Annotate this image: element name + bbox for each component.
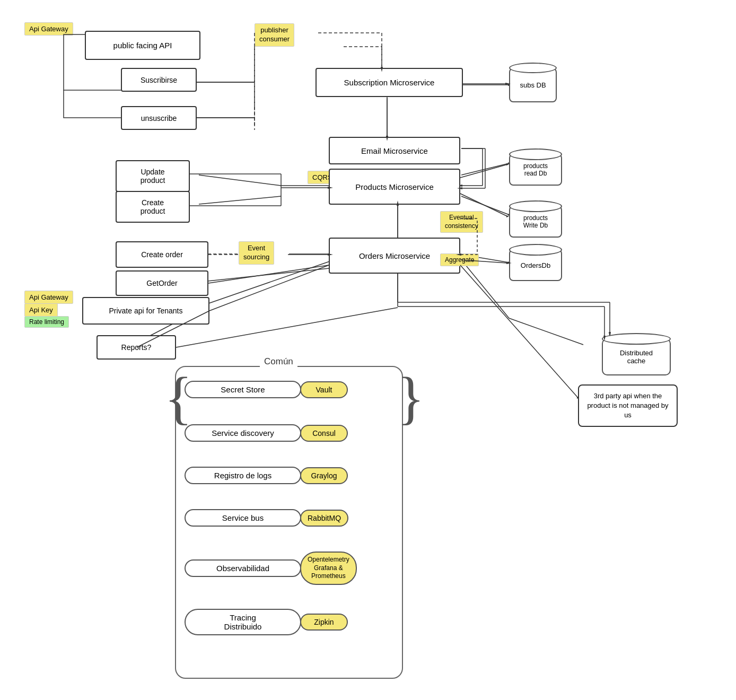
- products-write-db-cylinder: productsWrite Db: [509, 200, 562, 238]
- service-bus-row: Service bus RabbitMQ: [185, 509, 348, 527]
- svg-line-38: [509, 318, 583, 345]
- email-microservice-box: Email Microservice: [329, 137, 460, 164]
- svg-line-37: [461, 260, 509, 318]
- svg-line-17: [199, 175, 281, 186]
- publisher-consumer-label: publisherconsumer: [255, 23, 294, 47]
- public-facing-api-box: public facing API: [85, 31, 200, 60]
- orders-db-cylinder: OrdersDb: [509, 244, 562, 281]
- update-product-box: Updateproduct: [116, 160, 190, 192]
- curly-brace-left: {: [164, 369, 192, 427]
- event-sourcing-label: Eventsourcing: [239, 241, 274, 265]
- suscribirse-box: Suscribirse: [121, 68, 197, 92]
- svg-line-60: [460, 164, 507, 178]
- get-order-box: GetOrder: [116, 270, 208, 296]
- registro-logs-row: Registro de logs Graylog: [185, 467, 348, 484]
- create-product-box: Createproduct: [116, 191, 190, 223]
- third-party-api-box: 3rd party api when theproduct is not man…: [578, 384, 678, 427]
- svg-line-80: [209, 265, 329, 311]
- eventual-consistency-label: Eventualconsistency: [440, 211, 483, 233]
- api-gateway-label-top: Api Gateway: [24, 22, 73, 36]
- distributed-cache-cylinder: Distributedcache: [602, 333, 671, 375]
- service-discovery-row: Service discovery Consul: [185, 424, 348, 442]
- products-microservice-box: Products Microservice: [329, 169, 460, 205]
- api-key-label: Api Key: [24, 303, 58, 317]
- observabilidad-row: Observabilidad OpentelemetryGrafana &Pro…: [185, 552, 357, 585]
- products-read-db-cylinder: productsread Db: [509, 148, 562, 186]
- svg-line-28: [208, 268, 334, 281]
- subs-db-cylinder: subs DB: [509, 68, 557, 102]
- subscription-microservice-box: Subscription Microservice: [316, 68, 463, 97]
- architecture-diagram: Api Gateway public facing API publisherc…: [0, 0, 736, 700]
- private-api-tenants-box: Private api for Tenants: [82, 297, 209, 325]
- rate-limiting-label: Rate limiting: [24, 316, 69, 328]
- svg-line-78: [460, 265, 578, 398]
- unsuscribe-box: unsuscribe: [121, 106, 197, 130]
- tracing-distribuido-row: TracingDistribuido Zipkin: [185, 609, 348, 635]
- create-order-box: Create order: [116, 241, 208, 268]
- secret-store-row: Secret Store Vault: [185, 381, 348, 398]
- api-gateway-label-bottom: Api Gateway: [24, 291, 73, 304]
- curly-brace-right: }: [397, 369, 425, 427]
- aggregate-label: Aggregate: [440, 253, 479, 266]
- reports-box: Reports?: [97, 335, 176, 360]
- svg-line-21: [461, 163, 509, 175]
- svg-line-39: [204, 260, 334, 305]
- common-section-title: Común: [260, 356, 297, 367]
- svg-line-18: [199, 196, 281, 204]
- svg-line-68: [208, 265, 329, 283]
